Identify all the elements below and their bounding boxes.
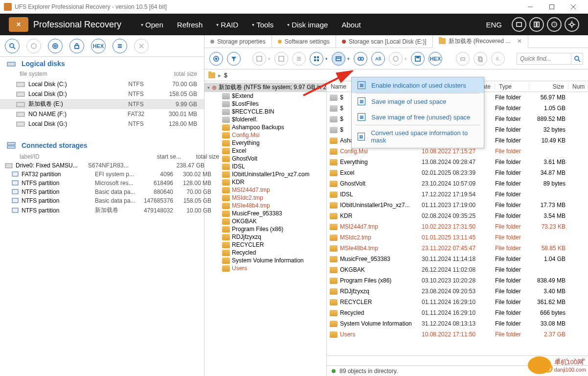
rtb-filter[interactable] — [227, 52, 241, 66]
drive-row[interactable]: Drive0: Fixed SAMSU...S674NF1R83...238.4… — [0, 161, 204, 170]
settings-button[interactable] — [565, 17, 579, 32]
rtb-target[interactable] — [209, 52, 223, 66]
tree-item[interactable]: ▸Program Files (x86) — [204, 225, 326, 233]
tree-item[interactable]: ▸Users — [204, 264, 326, 272]
rtb-case[interactable]: Aß — [371, 52, 385, 66]
partition-row[interactable]: NTFS partition新加载卷47914803210.00 GB — [0, 205, 204, 215]
rtb-save2[interactable] — [274, 52, 288, 66]
rtb-print[interactable] — [456, 52, 470, 66]
tree-item[interactable]: ▸IObitUninstaller1Pro_xz7.com — [204, 170, 326, 178]
list-row[interactable]: Users10.08.2022 17:11:50File folder2.37 … — [327, 329, 588, 340]
rtb-disc[interactable] — [389, 52, 403, 66]
list-row[interactable]: MSIe48b4.tmp23.11.2022 07:45:47File fold… — [327, 243, 588, 254]
list-row[interactable]: System Volume Information31.12.2024 08:1… — [327, 318, 588, 329]
view-button-1[interactable] — [512, 17, 526, 32]
menu-tools[interactable]: ▾Tools — [252, 21, 273, 29]
tree-item[interactable]: ▸MSIdc2.tmp — [204, 194, 326, 202]
tree-item[interactable]: ▸$RECYCLE.BIN — [204, 108, 326, 116]
tree-item[interactable]: ▸RDJjfzyxzq — [204, 233, 326, 241]
tree-item[interactable]: ▸$Extend — [204, 92, 326, 100]
partition-row[interactable]: FAT32 partitionEFI system p...4096300.02… — [0, 170, 204, 179]
tree-item[interactable]: ▸System Volume Information — [204, 257, 326, 264]
dropdown-item[interactable]: ▦Save image of used space — [352, 94, 484, 109]
list-row[interactable]: GhostVolt23.10.2024 10:57:09File folder8… — [327, 178, 588, 189]
list-row[interactable]: MSIdc2.tmp01.01.2025 13:11:45File folder — [327, 232, 588, 243]
disk-row[interactable]: Local Disk (D:)NTFS158.05 GB — [0, 89, 204, 99]
rtb-hex[interactable]: HEX — [429, 52, 442, 66]
tree-item[interactable]: ▸MSIe48b4.tmp — [204, 202, 326, 210]
list-row[interactable]: Program Files (x86)03.10.2023 10:20:28Fi… — [327, 275, 588, 286]
list-row[interactable]: RECYCLER01.11.2024 16:29:10File folder36… — [327, 297, 588, 307]
tree-item[interactable]: ▸Config.Msi — [204, 131, 326, 139]
partition-row[interactable]: NTFS partitionBasic data pa...88064070.0… — [0, 188, 204, 196]
list-row[interactable]: MSI244d7.tmp10.02.2023 17:31:50File fold… — [327, 221, 588, 232]
tree-item[interactable]: ▸Ashampoo Backups — [204, 123, 326, 131]
tb-btn-2[interactable] — [26, 39, 41, 53]
list-row[interactable]: IDSL17.12.2022 17:19:54File folder — [327, 189, 588, 200]
list-button[interactable] — [113, 39, 127, 53]
list-row[interactable]: RDJjfzyxzq23.08.2024 09:20:53File folder… — [327, 286, 588, 297]
rtb-save3[interactable] — [411, 52, 425, 66]
help-button[interactable]: ? — [547, 17, 562, 32]
list-row[interactable]: Excel02.01.2025 08:23:39File folder34.87… — [327, 167, 588, 178]
menu-refresh[interactable]: Refresh — [177, 21, 203, 29]
list-row[interactable]: KDR02.08.2024 09:35:25File folder3.54 MB — [327, 211, 588, 221]
partition-row[interactable]: NTFS partitionMicrosoft res...618496128.… — [0, 179, 204, 188]
tab[interactable]: 新加载卷 (Recovered ...✕ — [433, 35, 529, 48]
tree-item[interactable]: ▸RECYCLER — [204, 241, 326, 249]
language-selector[interactable]: ENG — [486, 21, 502, 29]
tb-btn-3[interactable] — [48, 39, 63, 53]
list-row[interactable]: MusicFree_95338330.11.2024 11:14:18File … — [327, 254, 588, 264]
dropdown-item[interactable]: ▦Enable indication of used clusters — [352, 77, 484, 93]
menu-raid[interactable]: ▾RAID — [216, 21, 238, 29]
tree-item[interactable]: ▸OKGBAK — [204, 217, 326, 225]
tree-pane[interactable]: ▾⊕新加载卷 (NTFS file system; 9.97 GB in 227… — [204, 81, 327, 376]
disk-row[interactable]: NO NAME (F:)FAT32300.01 MB — [0, 109, 204, 119]
tab[interactable]: Software settings — [272, 35, 336, 47]
rtb-save[interactable] — [252, 52, 266, 66]
tree-item[interactable]: ▸GhostVolt — [204, 155, 326, 163]
quick-find-button[interactable] — [571, 53, 583, 64]
menu-about[interactable]: About — [341, 21, 361, 29]
list-row[interactable]: OKGBAK26.12.2024 11:02:08File folder — [327, 264, 588, 275]
rtb-list[interactable] — [292, 52, 306, 66]
list-row[interactable]: IObitUninstaller1Pro_xz7...01.11.2023 17… — [327, 200, 588, 211]
disk-row[interactable]: Local Disk (G:)NTFS128.00 MB — [0, 119, 204, 129]
breadcrumb-root[interactable]: $ — [224, 72, 227, 79]
scan-button[interactable] — [5, 39, 20, 53]
tree-item[interactable]: ▸MSI244d7.tmp — [204, 186, 326, 194]
tree-item[interactable]: ▸MusicFree_953383 — [204, 210, 326, 217]
maximize-button[interactable] — [541, 0, 563, 14]
view-button-2[interactable] — [529, 17, 544, 32]
partition-row[interactable]: NTFS partitionBasic data pa...1476853761… — [0, 196, 204, 205]
tab[interactable]: Storage properties — [204, 35, 272, 47]
tab[interactable]: Storage scan [Local Disk (E:)] — [336, 35, 433, 47]
tree-item[interactable]: ▸Excel — [204, 147, 326, 155]
tree-item[interactable]: ▸Recycled — [204, 249, 326, 257]
tree-item[interactable]: ▸KDR — [204, 178, 326, 186]
rtb-clusters[interactable] — [332, 52, 345, 66]
dropdown-item[interactable]: ▦Save image of free (unused) space — [352, 109, 484, 125]
disk-row[interactable]: 新加载卷 (E:)NTFS9.99 GB — [0, 99, 204, 109]
disk-row[interactable]: Local Disk (C:)NTFS70.00 GB — [0, 79, 204, 89]
rtb-grid[interactable] — [310, 52, 323, 66]
quick-find-input[interactable] — [517, 55, 571, 62]
list-row[interactable]: Everything13.08.2024 09:28:47File folder… — [327, 157, 588, 167]
tree-item[interactable]: ▸$folderelf. — [204, 116, 326, 123]
menu-disk-image[interactable]: ▾Disk image — [287, 21, 328, 29]
rtb-find[interactable] — [354, 52, 367, 66]
tree-item[interactable]: ▸$LostFiles — [204, 100, 326, 108]
dropdown-item[interactable]: ▦Convert used space information to mask — [352, 125, 484, 148]
close-x-button[interactable] — [134, 39, 149, 53]
tree-item[interactable]: ▸IDSL — [204, 163, 326, 170]
close-button[interactable] — [563, 0, 584, 14]
rtb-copy[interactable] — [474, 52, 487, 66]
tree-root[interactable]: ▾⊕新加载卷 (NTFS file system; 9.97 GB in 227… — [204, 83, 326, 92]
hex-button[interactable]: HEX — [91, 39, 106, 53]
rtb-hash[interactable]: #. — [491, 52, 505, 66]
list-row[interactable]: Recycled01.11.2024 16:29:10File folder66… — [327, 307, 588, 318]
lock-button[interactable] — [69, 39, 84, 53]
menu-open[interactable]: ▾Open — [141, 21, 163, 29]
tab-close-icon[interactable]: ✕ — [517, 38, 522, 45]
minimize-button[interactable] — [520, 0, 541, 14]
